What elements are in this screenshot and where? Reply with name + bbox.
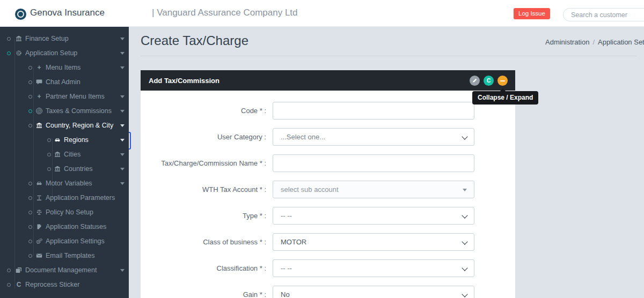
sidebar-item-label: Regions (64, 133, 89, 147)
title-divider (141, 56, 636, 56)
chat-icon (35, 75, 43, 89)
edit-button[interactable] (470, 76, 480, 86)
tax-charge-commission-name-field[interactable] (273, 154, 474, 172)
sidebar-item-application-parameters[interactable]: Application Parameters (0, 191, 129, 205)
sidebar-item-reprocess-sticker[interactable]: CReprocess Sticker (0, 278, 129, 292)
sidebar-item-label: Reprocess Sticker (25, 278, 79, 292)
sidebar-item-regions[interactable]: Regions (0, 133, 129, 147)
customer-search-input[interactable] (563, 8, 644, 21)
sidebar-item-motor-variables[interactable]: Motor Variables (0, 176, 129, 190)
app-window: Genova Insurance | Vanguard Assurance Co… (0, 0, 644, 298)
refresh-button[interactable]: C (484, 76, 494, 86)
sidebar-item-label: Countries (64, 162, 93, 176)
bullet-icon (28, 254, 32, 258)
sidebar-item-countries[interactable]: Countries (0, 162, 129, 176)
sidebar-item-menu-items[interactable]: +Menu Items (0, 61, 129, 74)
classification-select[interactable]: -- -- (273, 259, 474, 277)
caret-down-icon (120, 110, 125, 113)
bank-icon (35, 118, 43, 132)
caret-down-icon (120, 182, 125, 185)
refresh-icon: C (487, 78, 491, 84)
sidebar-item-partner-menu-items[interactable]: +Partner Menu Items (0, 90, 129, 103)
sidebar-item-country-region-city[interactable]: Country, Region & City (0, 118, 129, 132)
field-label: Class of business * : (141, 233, 266, 251)
chevron-down-icon (462, 133, 467, 139)
bullet-icon (28, 109, 32, 113)
bullet-icon (7, 51, 11, 55)
bullet-icon (28, 225, 32, 229)
at-icon: @ (35, 104, 43, 118)
bank-icon (15, 32, 23, 46)
breadcrumb-separator: / (592, 38, 595, 46)
chevron-down-icon (462, 239, 467, 244)
sidebar-item-finance-setup[interactable]: Finance Setup (0, 32, 129, 46)
bullet-icon (28, 66, 32, 70)
refresh-icon: C (15, 278, 23, 292)
log-issue-button[interactable]: Log Issue (514, 8, 550, 19)
sidebar-item-label: Document Management (25, 263, 97, 277)
code-field[interactable] (273, 102, 474, 120)
sidebar-item-application-setup[interactable]: Application Setup (0, 46, 129, 60)
field-label: Code * : (141, 102, 266, 120)
caret-down-icon (120, 269, 125, 272)
sidebar-item-application-settings[interactable]: Application Settings (0, 234, 129, 248)
brand-logo-icon (15, 9, 26, 20)
car-icon (54, 133, 61, 147)
sidebar-nav: Finance SetupApplication Setup+Menu Item… (0, 27, 129, 298)
user-category-select[interactable]: ...Select one... (273, 128, 474, 146)
breadcrumb-application-setup[interactable]: Application Setup (598, 38, 644, 46)
sidebar-item-label: Chat Admin (46, 75, 80, 89)
bank-icon (54, 147, 61, 161)
bullet-icon (28, 80, 32, 84)
wth-tax-account-select[interactable]: select sub account (273, 181, 474, 198)
caret-down-icon (120, 139, 125, 141)
bullet-icon (28, 211, 32, 214)
bullet-icon (7, 283, 11, 287)
sidebar-item-policy-no-setup[interactable]: Policy No Setup (0, 205, 129, 219)
panel-header: Add Tax/Commission (141, 70, 515, 91)
form-row-classification: Classification * :-- -- (141, 259, 515, 277)
bullet-icon (28, 182, 32, 185)
gain-select[interactable]: No (273, 286, 474, 298)
class-of-business-select[interactable]: MOTOR (273, 233, 474, 251)
sidebar-item-cities[interactable]: Cities (0, 147, 129, 161)
sidebar-item-email-templates[interactable]: Email Templates (0, 249, 129, 263)
breadcrumb-administration[interactable]: Administration (545, 38, 589, 46)
caret-down-icon (463, 189, 467, 191)
form-row-tax-charge-commission-name: Tax/Charge/Commission Name * : (141, 154, 515, 172)
form-row-user-category: User Category :...Select one... (141, 128, 515, 146)
gear-icon (15, 46, 23, 60)
field-label: Type * : (141, 207, 266, 225)
chevron-down-icon (462, 291, 467, 297)
sidebar-item-label: Menu Items (46, 61, 80, 74)
field-label: Classification * : (141, 259, 266, 277)
field-label: User Category : (141, 128, 266, 146)
collapse-expand-button[interactable] (497, 76, 508, 86)
bullet-icon (28, 95, 32, 99)
podium-icon (35, 191, 43, 205)
panel-title: Add Tax/Commission (149, 77, 219, 85)
sidebar-item-chat-admin[interactable]: Chat Admin (0, 75, 129, 89)
bank-icon (54, 162, 61, 176)
sidebar-item-label: Application Statuses (46, 220, 106, 234)
page-title: Create Tax/Charge (141, 33, 248, 48)
minus-icon (500, 80, 505, 81)
envelope-icon (35, 249, 43, 263)
type-select[interactable]: -- -- (273, 207, 474, 225)
sidebar-item-label: Policy No Setup (46, 205, 93, 219)
company-title: | Vanguard Assurance Company Ltd (152, 8, 298, 18)
sidebar-item-application-statuses[interactable]: Application Statuses (0, 220, 129, 234)
sidebar-item-label: Cities (64, 147, 80, 161)
field-label: WTH Tax Account * : (141, 181, 266, 198)
bullet-icon (28, 124, 32, 128)
form-row-wth-tax-account: WTH Tax Account * :select sub account (141, 181, 515, 198)
pencil-icon (472, 77, 478, 85)
sidebar-item-document-management[interactable]: Document Management (0, 263, 129, 277)
field-label: Tax/Charge/Commission Name * : (141, 154, 266, 172)
plus-icon: + (35, 90, 43, 103)
sidebar-item-label: Email Templates (46, 249, 94, 263)
car-icon (35, 176, 43, 190)
sidebar-item-taxes-commissions[interactable]: @Taxes & Commissions (0, 104, 129, 118)
sidebar-item-label: Application Setup (25, 46, 77, 60)
caret-down-icon (120, 153, 125, 156)
